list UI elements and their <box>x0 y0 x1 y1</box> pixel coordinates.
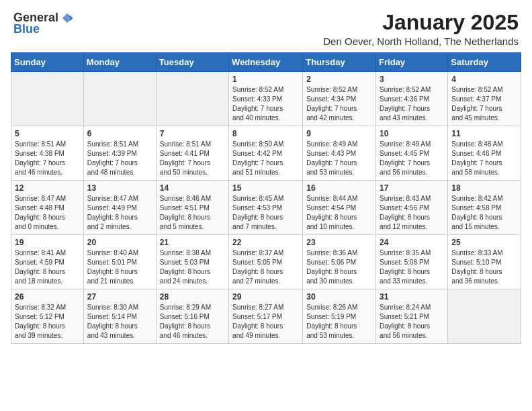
cell-content: Sunrise: 8:49 AM Sunset: 4:45 PM Dayligh… <box>380 140 444 177</box>
week-row-4: 19Sunrise: 8:41 AM Sunset: 4:59 PM Dayli… <box>11 235 521 289</box>
cell-content: Sunrise: 8:41 AM Sunset: 4:59 PM Dayligh… <box>15 248 80 286</box>
calendar-cell: 5Sunrise: 8:51 AM Sunset: 4:38 PM Daylig… <box>11 126 84 181</box>
day-header-monday: Monday <box>83 53 156 72</box>
cell-content: Sunrise: 8:42 AM Sunset: 4:58 PM Dayligh… <box>451 194 517 232</box>
week-row-1: 1Sunrise: 8:52 AM Sunset: 4:33 PM Daylig… <box>11 72 521 126</box>
day-number: 15 <box>232 183 299 193</box>
calendar-cell: 7Sunrise: 8:51 AM Sunset: 4:41 PM Daylig… <box>156 126 228 181</box>
calendar-cell: 11Sunrise: 8:48 AM Sunset: 4:46 PM Dayli… <box>448 126 521 181</box>
calendar-cell: 15Sunrise: 8:45 AM Sunset: 4:53 PM Dayli… <box>229 181 303 235</box>
calendar-cell: 19Sunrise: 8:41 AM Sunset: 4:59 PM Dayli… <box>11 235 84 289</box>
day-number: 30 <box>306 292 372 302</box>
cell-content: Sunrise: 8:52 AM Sunset: 4:37 PM Dayligh… <box>451 85 517 123</box>
calendar-cell: 27Sunrise: 8:30 AM Sunset: 5:14 PM Dayli… <box>83 289 156 344</box>
cell-content: Sunrise: 8:30 AM Sunset: 5:14 PM Dayligh… <box>87 303 152 340</box>
cell-content: Sunrise: 8:36 AM Sunset: 5:06 PM Dayligh… <box>306 248 372 286</box>
day-number: 10 <box>380 129 444 138</box>
cell-content: Sunrise: 8:52 AM Sunset: 4:34 PM Dayligh… <box>306 85 372 123</box>
calendar-wrapper: SundayMondayTuesdayWednesdayThursdayFrid… <box>0 52 532 355</box>
calendar-cell <box>448 289 521 344</box>
day-number: 21 <box>160 238 225 247</box>
day-number: 14 <box>160 183 225 193</box>
week-row-3: 12Sunrise: 8:47 AM Sunset: 4:48 PM Dayli… <box>11 181 521 235</box>
cell-content: Sunrise: 8:38 AM Sunset: 5:03 PM Dayligh… <box>160 248 225 286</box>
day-number: 20 <box>87 238 152 247</box>
day-number: 11 <box>451 129 517 138</box>
day-number: 17 <box>380 183 444 193</box>
month-title: January 2025 <box>323 11 519 34</box>
page-header: General Blue January 2025 Den Oever, Nor… <box>0 0 532 52</box>
location-title: Den Oever, North Holland, The Netherland… <box>323 36 519 47</box>
calendar-cell: 21Sunrise: 8:38 AM Sunset: 5:03 PM Dayli… <box>156 235 228 289</box>
cell-content: Sunrise: 8:45 AM Sunset: 4:53 PM Dayligh… <box>232 194 299 232</box>
day-number: 28 <box>160 292 225 302</box>
day-number: 3 <box>380 75 444 84</box>
calendar-cell: 29Sunrise: 8:27 AM Sunset: 5:17 PM Dayli… <box>229 289 303 344</box>
calendar-cell: 28Sunrise: 8:29 AM Sunset: 5:16 PM Dayli… <box>156 289 228 344</box>
day-number: 13 <box>87 183 152 193</box>
cell-content: Sunrise: 8:51 AM Sunset: 4:41 PM Dayligh… <box>160 140 225 177</box>
day-number: 5 <box>15 129 80 138</box>
calendar-cell: 18Sunrise: 8:42 AM Sunset: 4:58 PM Dayli… <box>448 181 521 235</box>
day-number: 8 <box>232 129 299 138</box>
calendar-cell: 26Sunrise: 8:32 AM Sunset: 5:12 PM Dayli… <box>11 289 84 344</box>
day-number: 23 <box>306 238 372 247</box>
day-number: 26 <box>15 292 80 302</box>
calendar-cell: 22Sunrise: 8:37 AM Sunset: 5:05 PM Dayli… <box>229 235 303 289</box>
day-header-wednesday: Wednesday <box>229 53 303 72</box>
day-number: 4 <box>451 75 517 84</box>
calendar-cell: 10Sunrise: 8:49 AM Sunset: 4:45 PM Dayli… <box>376 126 448 181</box>
cell-content: Sunrise: 8:52 AM Sunset: 4:33 PM Dayligh… <box>232 85 299 123</box>
cell-content: Sunrise: 8:44 AM Sunset: 4:54 PM Dayligh… <box>306 194 372 232</box>
logo: General Blue <box>13 11 73 36</box>
calendar-cell: 20Sunrise: 8:40 AM Sunset: 5:01 PM Dayli… <box>83 235 156 289</box>
day-number: 31 <box>380 292 444 302</box>
day-header-friday: Friday <box>376 53 448 72</box>
cell-content: Sunrise: 8:51 AM Sunset: 4:38 PM Dayligh… <box>15 140 80 177</box>
logo-icon <box>61 12 73 24</box>
calendar-cell: 25Sunrise: 8:33 AM Sunset: 5:10 PM Dayli… <box>448 235 521 289</box>
cell-content: Sunrise: 8:32 AM Sunset: 5:12 PM Dayligh… <box>15 303 80 340</box>
cell-content: Sunrise: 8:51 AM Sunset: 4:39 PM Dayligh… <box>87 140 152 177</box>
calendar-cell <box>83 72 156 126</box>
day-number: 16 <box>306 183 372 193</box>
title-block: January 2025 Den Oever, North Holland, T… <box>323 11 519 47</box>
day-number: 7 <box>160 129 225 138</box>
cell-content: Sunrise: 8:35 AM Sunset: 5:08 PM Dayligh… <box>380 248 444 286</box>
calendar-cell: 6Sunrise: 8:51 AM Sunset: 4:39 PM Daylig… <box>83 126 156 181</box>
calendar-cell: 24Sunrise: 8:35 AM Sunset: 5:08 PM Dayli… <box>376 235 448 289</box>
day-number: 22 <box>232 238 299 247</box>
week-row-5: 26Sunrise: 8:32 AM Sunset: 5:12 PM Dayli… <box>11 289 521 344</box>
day-number: 19 <box>15 238 80 247</box>
calendar-cell: 31Sunrise: 8:24 AM Sunset: 5:21 PM Dayli… <box>376 289 448 344</box>
day-number: 9 <box>306 129 372 138</box>
calendar-cell: 8Sunrise: 8:50 AM Sunset: 4:42 PM Daylig… <box>229 126 303 181</box>
calendar-cell: 9Sunrise: 8:49 AM Sunset: 4:43 PM Daylig… <box>303 126 376 181</box>
day-header-saturday: Saturday <box>448 53 521 72</box>
days-header-row: SundayMondayTuesdayWednesdayThursdayFrid… <box>11 53 521 72</box>
cell-content: Sunrise: 8:37 AM Sunset: 5:05 PM Dayligh… <box>232 248 299 286</box>
cell-content: Sunrise: 8:50 AM Sunset: 4:42 PM Dayligh… <box>232 140 299 177</box>
day-number: 25 <box>451 238 517 247</box>
calendar-cell: 2Sunrise: 8:52 AM Sunset: 4:34 PM Daylig… <box>303 72 376 126</box>
calendar-cell: 17Sunrise: 8:43 AM Sunset: 4:56 PM Dayli… <box>376 181 448 235</box>
day-number: 27 <box>87 292 152 302</box>
day-header-tuesday: Tuesday <box>156 53 228 72</box>
cell-content: Sunrise: 8:33 AM Sunset: 5:10 PM Dayligh… <box>451 248 517 286</box>
calendar-cell: 14Sunrise: 8:46 AM Sunset: 4:51 PM Dayli… <box>156 181 228 235</box>
day-header-thursday: Thursday <box>303 53 376 72</box>
cell-content: Sunrise: 8:46 AM Sunset: 4:51 PM Dayligh… <box>160 194 225 232</box>
cell-content: Sunrise: 8:40 AM Sunset: 5:01 PM Dayligh… <box>87 248 152 286</box>
cell-content: Sunrise: 8:47 AM Sunset: 4:49 PM Dayligh… <box>87 194 152 232</box>
day-number: 6 <box>87 129 152 138</box>
calendar-cell: 23Sunrise: 8:36 AM Sunset: 5:06 PM Dayli… <box>303 235 376 289</box>
cell-content: Sunrise: 8:24 AM Sunset: 5:21 PM Dayligh… <box>380 303 444 340</box>
calendar-cell: 13Sunrise: 8:47 AM Sunset: 4:49 PM Dayli… <box>83 181 156 235</box>
calendar-cell: 16Sunrise: 8:44 AM Sunset: 4:54 PM Dayli… <box>303 181 376 235</box>
calendar-cell: 3Sunrise: 8:52 AM Sunset: 4:36 PM Daylig… <box>376 72 448 126</box>
day-header-sunday: Sunday <box>11 53 84 72</box>
day-number: 29 <box>232 292 299 302</box>
cell-content: Sunrise: 8:47 AM Sunset: 4:48 PM Dayligh… <box>15 194 80 232</box>
cell-content: Sunrise: 8:26 AM Sunset: 5:19 PM Dayligh… <box>306 303 372 340</box>
calendar-table: SundayMondayTuesdayWednesdayThursdayFrid… <box>11 52 521 344</box>
